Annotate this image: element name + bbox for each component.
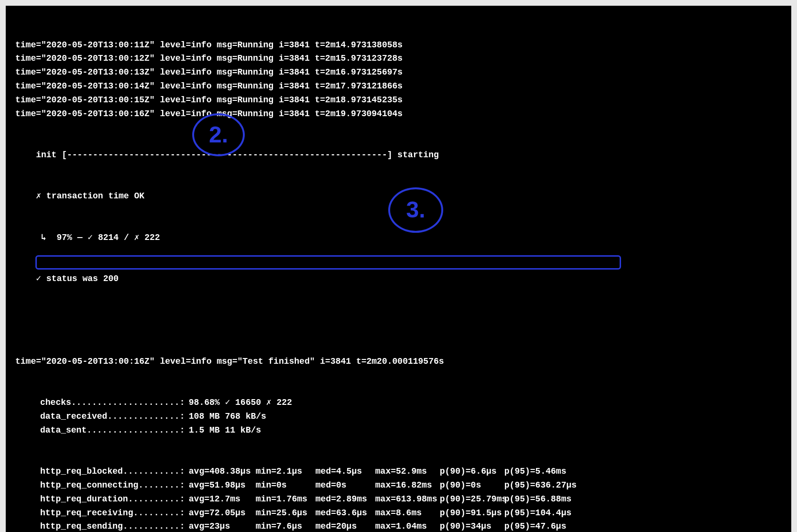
running-log-section: time="2020-05-20T13:00:11Z" level=info m… [6,38,791,121]
metric-min: min=1.76ms [256,492,316,506]
metric-avg: avg=51.98µs [189,478,256,492]
stat-metrics: http_req_blocked...........: avg=408.38µ… [6,465,791,532]
metric-name: http_req_receiving.........: [40,506,184,520]
metric-max: max=16.82ms [375,478,440,492]
metric-p95: p(95)=47.6µs [504,520,569,532]
log-line: time="2020-05-20T13:00:12Z" level=info m… [6,52,791,65]
metric-avg: avg=72.05µs [189,506,256,520]
metric-p90: p(90)=0s [440,478,504,492]
log-line: time="2020-05-20T13:00:15Z" level=info m… [6,93,791,107]
metric-max: max=8.6ms [375,506,440,520]
metric-row: checks.....................: 98.68% ✓ 16… [6,396,791,410]
init-bar: init [----------------------------------… [6,148,791,162]
metric-p90: p(90)=25.79ms [440,492,504,506]
metric-min: min=0s [256,478,316,492]
log-line: time="2020-05-20T13:00:16Z" level=info m… [6,107,791,121]
metric-max: max=1.04ms [375,520,440,532]
metric-value: 1.5 MB 11 kB/s [189,425,261,435]
metric-row: http_req_connecting........: avg=51.98µs… [6,478,791,492]
metric-name: http_req_duration..........: [40,492,184,506]
metric-max: max=613.98ms [375,492,440,506]
check-arrow-line: ↳ 97% — ✓ 8214 / ✗ 222 [6,231,791,245]
metric-med: med=63.6µs [316,506,375,520]
log-line: time="2020-05-20T13:00:11Z" level=info m… [6,38,791,52]
metric-avg: avg=408.38µs [189,465,256,478]
metric-name: data_sent..................: [40,423,184,437]
metric-p95: p(95)=56.88ms [504,492,569,506]
metric-max: max=52.9ms [375,465,440,478]
metric-name: http_req_sending...........: [40,520,184,532]
metric-min: min=25.6µs [256,506,316,520]
metric-row: http_req_blocked...........: avg=408.38µ… [6,465,791,478]
blank-line [6,314,791,327]
metric-p95: p(95)=104.4µs [504,506,569,520]
metric-med: med=2.89ms [316,492,375,506]
metric-row: http_req_duration..........: avg=12.7msm… [6,492,791,506]
metric-p90: p(90)=34µs [440,520,504,532]
metric-row: data_sent..................: 1.5 MB 11 k… [6,423,791,437]
simple-metrics: checks.....................: 98.68% ✓ 16… [6,396,791,437]
metric-med: med=0s [316,478,375,492]
metric-min: min=7.6µs [256,520,316,532]
metric-p95: p(95)=636.27µs [504,478,569,492]
metric-avg: avg=23µs [189,520,256,532]
metric-avg: avg=12.7ms [189,492,256,506]
metric-row: http_req_receiving.........: avg=72.05µs… [6,506,791,520]
metric-name: http_req_connecting........: [40,478,184,492]
metric-row: data_received..............: 108 MB 768 … [6,410,791,423]
metric-value: 98.68% ✓ 16650 ✗ 222 [189,398,292,407]
metric-med: med=20µs [316,520,375,532]
highlight-http-req-duration [35,255,621,270]
metric-value: 108 MB 768 kB/s [189,412,266,421]
metric-name: data_received..............: [40,410,184,423]
metric-name: http_req_blocked...........: [40,465,184,478]
metric-name: checks.....................: [40,396,184,410]
log-line: time="2020-05-20T13:00:13Z" level=info m… [6,65,791,79]
check-fail-line: ✗ transaction time OK [6,189,791,203]
metric-med: med=4.5µs [316,465,375,478]
metric-p90: p(90)=6.6µs [440,465,504,478]
metric-min: min=2.1µs [256,465,316,478]
terminal-output: time="2020-05-20T13:00:11Z" level=info m… [6,6,791,532]
metric-row: http_req_sending...........: avg=23µsmin… [6,520,791,532]
log-line: time="2020-05-20T13:00:14Z" level=info m… [6,79,791,93]
finished-log-line: time="2020-05-20T13:00:16Z" level=info m… [6,355,791,369]
metric-p95: p(95)=5.46ms [504,465,569,478]
check-pass-line: ✓ status was 200 [6,272,791,286]
metric-p90: p(90)=91.5µs [440,506,504,520]
